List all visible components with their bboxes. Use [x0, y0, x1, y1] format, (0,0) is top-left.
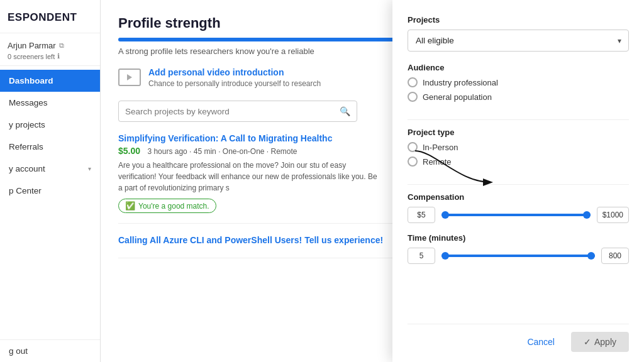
search-bar[interactable]: 🔍 [118, 101, 357, 122]
info-icon: ℹ [57, 52, 60, 60]
video-intro-desc: Chance to personally introduce yourself … [148, 79, 321, 88]
audience-general[interactable]: General population [408, 92, 629, 102]
radio-inperson-icon [408, 142, 418, 152]
project-title-1[interactable]: Simplifying Verification: A Call to Migr… [118, 133, 395, 143]
search-input[interactable] [125, 107, 340, 116]
filter-panel: Projects All eligible Specific projects … [392, 0, 644, 362]
sidebar-logo: ESPONDENT [0, 0, 100, 33]
sidebar: ESPONDENT Arjun Parmar ⧉ 0 screeners lef… [0, 0, 101, 362]
audience-industry[interactable]: Industry professional [408, 77, 629, 87]
user-name: Arjun Parmar ⧉ [8, 41, 92, 50]
filter-audience-section: Audience Industry professional General p… [408, 63, 629, 102]
project-title-2[interactable]: Calling All Azure CLI and PowerShell Use… [118, 235, 395, 245]
project-compensation-1: $5.00 [118, 146, 140, 156]
filter-projects-select[interactable]: All eligible Specific projects [408, 30, 629, 52]
filter-divider-1 [408, 119, 629, 120]
chevron-down-icon: ▾ [88, 165, 91, 172]
sidebar-item-messages[interactable]: Messages [0, 92, 100, 114]
copy-icon: ⧉ [59, 41, 64, 50]
sidebar-item-account[interactable]: y account ▾ [0, 158, 100, 180]
project-type-remote[interactable]: Remote [408, 156, 629, 167]
time-max-value: 800 [601, 248, 629, 264]
project-type-inperson[interactable]: In-Person [408, 142, 629, 152]
match-badge-1: ✅ You're a good match. [118, 199, 216, 213]
time-slider[interactable] [441, 255, 595, 257]
sidebar-user: Arjun Parmar ⧉ 0 screeners left ℹ [0, 33, 100, 66]
time-min-value: 5 [408, 248, 435, 264]
video-intro-title[interactable]: Add personal video introduction [148, 67, 321, 77]
sidebar-item-help[interactable]: p Center [0, 180, 100, 202]
sidebar-item-dashboard[interactable]: Dashboard [0, 70, 100, 92]
audience-radio-group: Industry professional General population [408, 77, 629, 102]
filter-projects-select-wrapper[interactable]: All eligible Specific projects ▾ [408, 30, 629, 52]
sidebar-item-referrals[interactable]: Referrals [0, 136, 100, 158]
time-slider-row: 5 800 [408, 248, 629, 264]
radio-remote-icon [408, 156, 418, 167]
sidebar-nav: Dashboard Messages y projects Referrals … [0, 66, 100, 339]
checkmark-icon: ✓ [584, 337, 591, 347]
sidebar-logout[interactable]: g out [0, 339, 100, 362]
compensation-slider[interactable] [441, 214, 591, 216]
compensation-min-value: $5 [408, 207, 435, 223]
project-type-radio-group: In-Person Remote [408, 142, 629, 167]
video-intro-text: Add personal video introduction Chance t… [148, 67, 321, 88]
search-icon: 🔍 [340, 106, 350, 116]
filter-projects-label: Projects [408, 15, 629, 25]
filter-project-type-label: Project type [408, 128, 629, 137]
time-section: Time (minutes) 5 800 [408, 233, 629, 264]
radio-general-icon [408, 92, 418, 102]
compensation-max-value: $1000 [597, 207, 629, 223]
sidebar-item-projects[interactable]: y projects [0, 114, 100, 136]
filter-footer: Cancel ✓ Apply [408, 324, 629, 352]
apply-button[interactable]: ✓ Apply [571, 332, 629, 352]
filter-divider-2 [408, 184, 629, 185]
compensation-section: Compensation $5 $1000 [408, 192, 629, 223]
main-content: Profile strength A strong profile lets r… [101, 0, 644, 362]
radio-industry-icon [408, 77, 418, 87]
project-meta-1: 3 hours ago · 45 min · One-on-One · Remo… [147, 147, 297, 156]
project-desc-1: Are you a healthcare professional on the… [118, 160, 382, 194]
compensation-slider-row: $5 $1000 [408, 207, 629, 223]
filter-audience-label: Audience [408, 63, 629, 72]
filter-project-type-section: Project type In-Person Remote [408, 128, 629, 167]
screeners-count: 0 screeners left ℹ [8, 52, 92, 60]
video-icon [118, 69, 141, 86]
time-label: Time (minutes) [408, 233, 629, 243]
match-check-icon: ✅ [125, 201, 135, 211]
compensation-label: Compensation [408, 192, 629, 202]
cancel-button[interactable]: Cancel [521, 333, 561, 351]
